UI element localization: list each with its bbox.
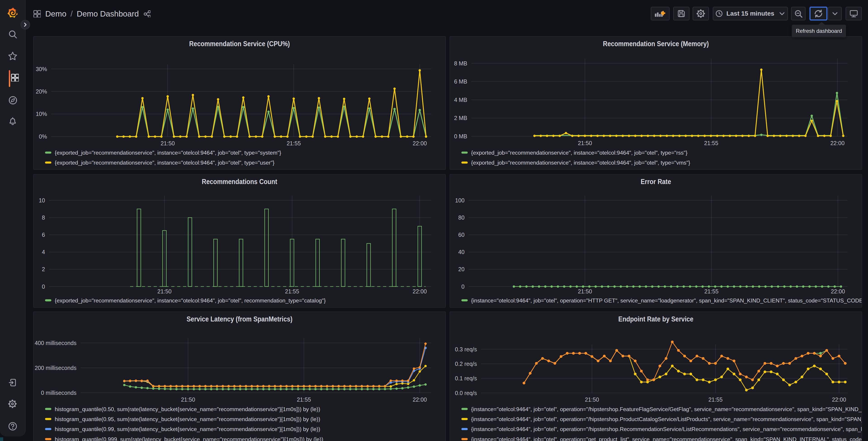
- svg-text:30%: 30%: [36, 66, 47, 72]
- svg-text:10: 10: [39, 197, 45, 204]
- svg-text:histogram_quantile(0.99, sum(r: histogram_quantile(0.99, sum(rate(latenc…: [55, 426, 320, 432]
- svg-text:4: 4: [42, 249, 45, 255]
- svg-text:40: 40: [458, 249, 465, 255]
- svg-text:histogram_quantile(0.95, sum(r: histogram_quantile(0.95, sum(rate(latenc…: [55, 416, 320, 422]
- svg-text:0%: 0%: [39, 133, 47, 140]
- svg-text:{exported_job="recommendations: {exported_job="recommendationservice", i…: [471, 159, 690, 166]
- svg-text:21:55: 21:55: [287, 140, 301, 146]
- svg-text:80: 80: [458, 214, 465, 221]
- svg-text:0.0 req/s: 0.0 req/s: [455, 390, 477, 396]
- svg-text:200 milliseconds: 200 milliseconds: [35, 365, 76, 371]
- svg-text:60: 60: [458, 232, 465, 238]
- svg-text:20%: 20%: [36, 88, 47, 95]
- svg-text:8 MB: 8 MB: [454, 60, 467, 66]
- svg-text:21:50: 21:50: [585, 396, 599, 403]
- svg-text:0 milliseconds: 0 milliseconds: [41, 390, 76, 396]
- svg-text:0: 0: [461, 283, 465, 290]
- svg-text:21:55: 21:55: [704, 288, 719, 295]
- svg-text:{instance="otelcol:9464", job=: {instance="otelcol:9464", job="otel", op…: [471, 436, 862, 441]
- svg-text:22:00: 22:00: [831, 140, 845, 146]
- svg-text:21:50: 21:50: [578, 140, 592, 146]
- svg-text:22:00: 22:00: [832, 396, 846, 403]
- svg-text:histogram_quantile(0.999, sum(: histogram_quantile(0.999, sum(rate(laten…: [55, 436, 323, 441]
- svg-text:21:50: 21:50: [161, 140, 175, 146]
- svg-text:0.3 req/s: 0.3 req/s: [455, 346, 477, 352]
- svg-text:21:55: 21:55: [297, 396, 311, 403]
- svg-text:21:50: 21:50: [181, 396, 195, 403]
- svg-text:0: 0: [42, 283, 45, 290]
- svg-text:22:00: 22:00: [413, 288, 427, 295]
- svg-text:6 MB: 6 MB: [454, 78, 467, 85]
- svg-text:{instance="otelcol:9464", job=: {instance="otelcol:9464", job="otel", op…: [471, 406, 862, 412]
- svg-text:20: 20: [458, 266, 465, 272]
- svg-text:8: 8: [42, 214, 45, 221]
- svg-text:{instance="otelcol:9464", job=: {instance="otelcol:9464", job="otel", op…: [471, 297, 862, 303]
- svg-text:400 milliseconds: 400 milliseconds: [35, 340, 76, 346]
- svg-text:{exported_job="recommendations: {exported_job="recommendationservice", i…: [55, 159, 275, 166]
- svg-text:6: 6: [42, 232, 45, 238]
- svg-text:{exported_job="recommendations: {exported_job="recommendationservice", i…: [55, 150, 281, 156]
- svg-text:21:55: 21:55: [285, 288, 299, 295]
- svg-text:21:55: 21:55: [704, 140, 718, 146]
- svg-text:0 MB: 0 MB: [454, 133, 467, 140]
- svg-text:0.1 req/s: 0.1 req/s: [455, 375, 477, 382]
- svg-text:2: 2: [42, 266, 45, 272]
- svg-text:100: 100: [455, 197, 465, 204]
- svg-text:4 MB: 4 MB: [454, 97, 467, 103]
- svg-text:{instance="otelcol:9464", job=: {instance="otelcol:9464", job="otel", op…: [471, 426, 862, 432]
- svg-text:{exported_job="recommendations: {exported_job="recommendationservice", i…: [471, 150, 687, 156]
- svg-text:0.2 req/s: 0.2 req/s: [455, 361, 477, 367]
- svg-text:22:00: 22:00: [831, 288, 845, 295]
- svg-text:21:55: 21:55: [709, 396, 723, 403]
- svg-text:2 MB: 2 MB: [454, 115, 467, 121]
- svg-text:{exported_job="recommendations: {exported_job="recommendationservice", i…: [55, 297, 326, 303]
- svg-text:{instance="otelcol:9464", job=: {instance="otelcol:9464", job="otel", op…: [471, 416, 862, 422]
- svg-text:21:50: 21:50: [157, 288, 172, 295]
- svg-text:22:00: 22:00: [413, 140, 427, 146]
- svg-text:histogram_quantile(0.50, sum(r: histogram_quantile(0.50, sum(rate(latenc…: [55, 406, 320, 412]
- svg-text:21:50: 21:50: [578, 288, 592, 295]
- svg-text:10%: 10%: [36, 111, 47, 117]
- svg-text:22:00: 22:00: [413, 396, 427, 403]
